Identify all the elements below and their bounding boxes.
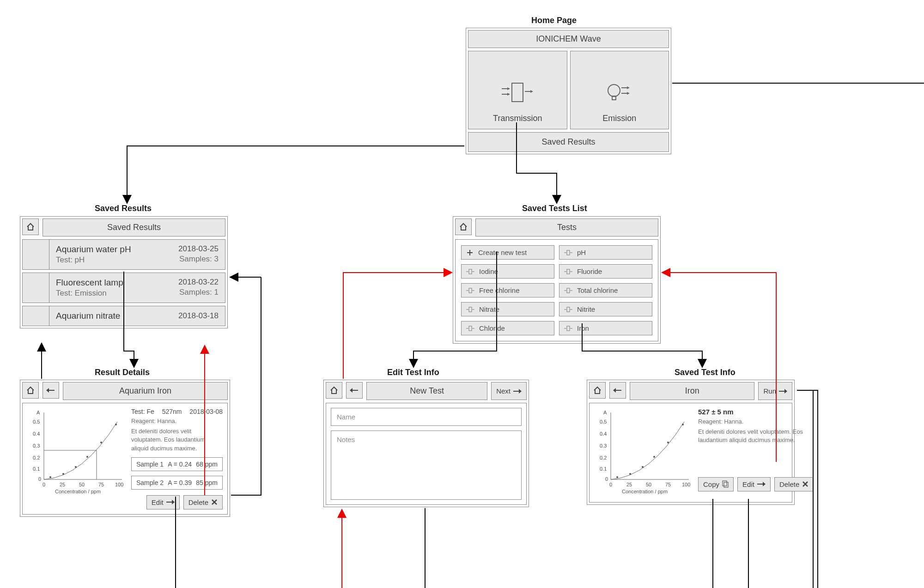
chip-label: Create new test [478, 249, 527, 256]
result-reagent: Reagent: Hanna. [131, 417, 223, 425]
svg-rect-28 [469, 307, 472, 312]
svg-rect-37 [567, 326, 570, 331]
back-icon-button[interactable] [346, 382, 363, 399]
svg-marker-74 [784, 389, 787, 394]
emission-tile[interactable]: Emission [570, 51, 669, 129]
test-info-title: Iron [633, 386, 751, 396]
sample-a: A = 0.24 [168, 461, 192, 468]
svg-point-91 [629, 473, 631, 475]
tests-title: Tests [479, 223, 655, 232]
edit-button[interactable]: Edit [146, 495, 180, 509]
delete-button[interactable]: Delete [183, 495, 223, 509]
saved-result-row[interactable]: Fluorescent lamp Test: Emission 2018-03-… [22, 273, 225, 303]
saved-result-row[interactable]: Aquarium nitrate 2018-03-18 [22, 306, 225, 326]
home-icon-button[interactable] [589, 382, 606, 399]
home-icon-button[interactable] [326, 382, 342, 399]
svg-text:Concentration / ppm: Concentration / ppm [622, 489, 668, 494]
arrow-right-icon [166, 499, 175, 505]
next-button[interactable]: Next [491, 382, 527, 400]
svg-marker-99 [763, 482, 766, 486]
test-notes: Et deleniti dolores velit voluptatem. Eo… [698, 428, 814, 444]
saved-results-button[interactable]: Saved Results [468, 132, 669, 152]
back-icon-button[interactable] [609, 382, 626, 399]
result-notes: Et deleniti dolores velit voluptatem. Eo… [131, 427, 223, 453]
svg-marker-41 [46, 388, 49, 393]
test-chip-free-chlorine[interactable]: Free chlorine [461, 283, 554, 297]
chip-label: Iron [577, 324, 589, 332]
home-icon-button[interactable] [455, 218, 472, 235]
test-info-titlebar: Iron [630, 382, 754, 400]
svg-rect-34 [469, 326, 472, 331]
transmission-tile[interactable]: Transmission [468, 51, 567, 129]
chip-label: pH [577, 249, 586, 256]
edit-button[interactable]: Edit [737, 477, 771, 491]
transmission-mini-icon [466, 268, 474, 275]
svg-text:0.2: 0.2 [600, 455, 607, 461]
copy-button[interactable]: Copy [698, 477, 734, 491]
sample-row[interactable]: Sample 1 A = 0.24 68 ppm [131, 457, 223, 471]
back-icon-button[interactable] [43, 382, 59, 399]
run-button[interactable]: Run [758, 382, 792, 400]
edit-test-body: Name Notes [326, 403, 527, 505]
svg-rect-96 [723, 481, 727, 486]
transmission-mini-icon [564, 268, 572, 275]
transmission-mini-icon [564, 306, 572, 313]
svg-marker-72 [613, 388, 616, 393]
home-icon-button[interactable] [22, 382, 39, 399]
sample-row[interactable]: Sample 2 A = 0.39 85 ppm [131, 476, 223, 490]
chip-label: Nitrite [577, 305, 595, 313]
notes-input[interactable]: Notes [331, 430, 522, 500]
plus-icon [466, 249, 474, 256]
svg-point-95 [682, 424, 684, 425]
arrow-left-icon [350, 387, 359, 394]
transmission-mini-icon [466, 325, 474, 332]
edit-test-screen: New Test Next Name Notes [323, 380, 529, 507]
edit-label: Edit [152, 498, 164, 506]
label-saved-results: Saved Results [95, 204, 152, 213]
test-info-body: A 0.5 0.4 0.3 0.2 0.1 0 0 25 50 75 100 C… [589, 403, 792, 503]
result-details-title: Aquarium Iron [66, 386, 225, 396]
result-samples: Samples: 3 [178, 255, 219, 264]
test-chip-chloride[interactable]: Chloride [461, 321, 554, 335]
result-details-titlebar: Aquarium Iron [63, 382, 228, 400]
test-reagent: Reagent: Hanna. [698, 418, 814, 426]
label-saved-tests-list: Saved Tests List [522, 204, 587, 213]
test-chip-iron[interactable]: Iron [559, 321, 652, 335]
result-test-label: Test: Fe [131, 408, 154, 415]
home-icon-button[interactable] [22, 218, 39, 235]
svg-point-59 [75, 466, 77, 468]
edit-label: Edit [742, 480, 754, 488]
svg-text:0.5: 0.5 [33, 419, 40, 424]
delete-button[interactable]: Delete [774, 477, 814, 491]
create-new-test[interactable]: Create new test [461, 245, 554, 260]
saved-result-row[interactable]: Aquarium water pH Test: pH 2018-03-25 Sa… [22, 239, 225, 270]
name-input[interactable]: Name [331, 408, 522, 426]
emission-label: Emission [602, 114, 636, 123]
svg-point-92 [642, 466, 644, 468]
result-date: 2018-03-25 [178, 244, 219, 254]
test-chip-ph[interactable]: pH [559, 245, 652, 260]
svg-text:0: 0 [38, 476, 41, 482]
home-title-bar: IONICHEM Wave [468, 30, 669, 48]
concentration-chart: A 0.5 0.4 0.3 0.2 0.1 0 0 25 50 75 100 C… [27, 408, 127, 496]
arrow-right-icon [513, 388, 522, 394]
sample-name: Sample 2 [136, 479, 164, 486]
test-chip-nitrite[interactable]: Nitrite [559, 302, 652, 316]
sample-name: Sample 1 [136, 461, 164, 468]
test-chip-fluoride[interactable]: Fluoride [559, 264, 652, 279]
svg-marker-6 [530, 90, 533, 93]
test-chip-nitrate[interactable]: Nitrate [461, 302, 554, 316]
home-icon [593, 386, 602, 395]
test-chip-total-chlorine[interactable]: Total chlorine [559, 283, 652, 297]
label-saved-test-info: Saved Test Info [675, 368, 736, 377]
svg-rect-19 [567, 269, 570, 274]
svg-text:75: 75 [665, 482, 671, 487]
copy-label: Copy [703, 480, 719, 488]
result-date: 2018-03-22 [178, 278, 219, 287]
arrow-left-icon [46, 387, 55, 394]
test-chip-iodine[interactable]: Iodine [461, 264, 554, 279]
svg-text:100: 100 [682, 482, 690, 487]
svg-marker-66 [172, 500, 175, 504]
chip-label: Fluoride [577, 267, 602, 275]
result-thumb [23, 240, 49, 269]
